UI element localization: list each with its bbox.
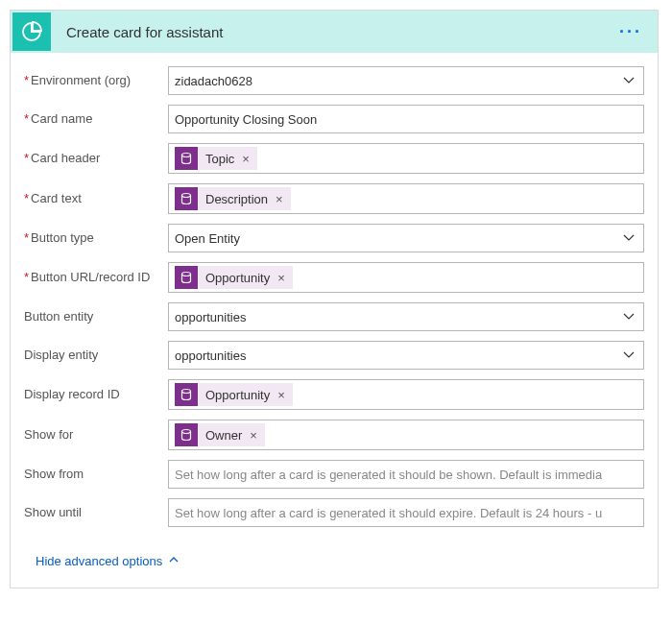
data-icon — [175, 187, 198, 210]
environment-value: zidadach0628 — [175, 74, 252, 88]
label-show-for: Show for — [24, 427, 168, 443]
display-entity-value: opportunities — [175, 348, 246, 363]
display-entity-select[interactable]: opportunities — [168, 341, 644, 370]
chevron-up-icon — [168, 554, 180, 568]
chevron-down-icon — [622, 310, 636, 324]
token-remove[interactable]: × — [277, 388, 285, 402]
show-until-input[interactable]: Set how long after a card is generated i… — [168, 498, 644, 527]
token-label: Opportunity — [205, 388, 270, 402]
token-remove[interactable]: × — [277, 271, 285, 285]
row-display-record-id: Display record ID Opportunity × — [24, 379, 644, 410]
action-icon — [12, 12, 51, 51]
row-show-from: Show from Set how long after a card is g… — [24, 460, 644, 489]
label-button-type: Button type — [24, 230, 168, 246]
pie-chart-icon — [20, 20, 43, 43]
token-opportunity[interactable]: Opportunity × — [175, 383, 293, 406]
label-card-text: Card text — [24, 191, 168, 206]
token-owner[interactable]: Owner × — [175, 423, 265, 446]
show-for-input[interactable]: Owner × — [168, 420, 644, 450]
display-record-id-input[interactable]: Opportunity × — [168, 379, 644, 410]
label-environment: Environment (org) — [24, 73, 168, 88]
label-card-name: Card name — [24, 111, 168, 127]
row-button-url: Button URL/record ID Opportunity × — [24, 262, 644, 293]
card-header-input[interactable]: Topic × — [168, 143, 644, 174]
card-header-bar: Create card for assistant ··· — [11, 11, 658, 53]
svg-point-3 — [182, 390, 191, 394]
data-icon — [175, 147, 198, 170]
token-topic[interactable]: Topic × — [175, 147, 257, 170]
show-until-placeholder: Set how long after a card is generated i… — [175, 506, 602, 520]
button-type-select[interactable]: Open Entity — [168, 224, 644, 252]
row-card-header: Card header Topic × — [24, 143, 644, 174]
token-opportunity[interactable]: Opportunity × — [175, 266, 293, 289]
label-card-header: Card header — [24, 151, 168, 166]
label-display-record-id: Display record ID — [24, 387, 168, 402]
row-card-text: Card text Description × — [24, 183, 644, 214]
token-label: Opportunity — [205, 271, 270, 285]
token-label: Topic — [205, 152, 234, 166]
card-footer: Hide advanced options — [11, 544, 658, 588]
button-type-value: Open Entity — [175, 231, 240, 246]
row-button-type: Button type Open Entity — [24, 224, 644, 252]
label-button-entity: Button entity — [24, 309, 168, 324]
row-card-name: Card name Opportunity Closing Soon — [24, 105, 644, 133]
data-icon — [175, 423, 198, 446]
card-name-value: Opportunity Closing Soon — [175, 112, 317, 127]
action-card: Create card for assistant ··· Environmen… — [10, 10, 659, 588]
label-button-url: Button URL/record ID — [24, 270, 168, 285]
data-icon — [175, 266, 198, 289]
row-environment: Environment (org) zidadach0628 — [24, 66, 644, 95]
button-entity-select[interactable]: opportunities — [168, 302, 644, 331]
row-show-for: Show for Owner × — [24, 420, 644, 450]
label-show-until: Show until — [24, 505, 168, 520]
chevron-down-icon — [622, 231, 636, 245]
chevron-down-icon — [622, 74, 636, 87]
row-show-until: Show until Set how long after a card is … — [24, 498, 644, 527]
form-body: Environment (org) zidadach0628 Card name… — [11, 53, 658, 544]
toggle-label: Hide advanced options — [36, 554, 162, 568]
card-menu-button[interactable]: ··· — [612, 18, 650, 46]
card-text-input[interactable]: Description × — [168, 183, 644, 214]
token-remove[interactable]: × — [242, 152, 250, 166]
svg-point-4 — [182, 430, 191, 434]
token-remove[interactable]: × — [276, 192, 283, 206]
svg-point-1 — [182, 194, 191, 198]
environment-select[interactable]: zidadach0628 — [168, 66, 644, 95]
label-show-from: Show from — [24, 467, 168, 482]
show-from-placeholder: Set how long after a card is generated i… — [175, 468, 602, 482]
card-title: Create card for assistant — [53, 24, 612, 40]
row-button-entity: Button entity opportunities — [24, 302, 644, 331]
row-display-entity: Display entity opportunities — [24, 341, 644, 370]
svg-point-0 — [182, 154, 191, 157]
hide-advanced-options-link[interactable]: Hide advanced options — [36, 554, 180, 568]
label-display-entity: Display entity — [24, 348, 168, 363]
token-remove[interactable]: × — [250, 428, 257, 443]
data-icon — [175, 383, 198, 406]
button-url-input[interactable]: Opportunity × — [168, 262, 644, 293]
token-label: Description — [205, 192, 268, 206]
svg-point-2 — [182, 273, 191, 276]
token-description[interactable]: Description × — [175, 187, 291, 210]
token-label: Owner — [205, 428, 242, 443]
show-from-input[interactable]: Set how long after a card is generated i… — [168, 460, 644, 489]
button-entity-value: opportunities — [175, 310, 246, 324]
chevron-down-icon — [622, 348, 636, 362]
card-name-input[interactable]: Opportunity Closing Soon — [168, 105, 644, 133]
